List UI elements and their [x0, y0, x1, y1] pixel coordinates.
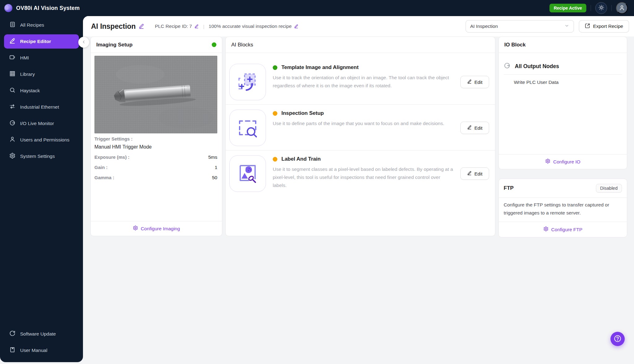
edit-button-label: Edit [475, 171, 483, 176]
ai-block-description: Use it to define parts of the image that… [273, 119, 454, 128]
configure-io-label: Configure IO [553, 159, 580, 165]
edit-label-and-train-button[interactable]: Edit [460, 167, 489, 180]
all-output-nodes-label: All Output Nodes [515, 63, 559, 70]
camera-capture-image [94, 56, 217, 133]
gamma-value: 50 [212, 175, 217, 180]
edit-template-alignment-button[interactable]: Edit [460, 76, 489, 88]
configure-ftp-button[interactable]: Configure FTP [499, 222, 627, 237]
edit-subtitle-icon[interactable] [294, 24, 298, 28]
sidebar: All Recipes Recipe Editor HMI Library Ha… [0, 16, 83, 362]
content-area: AI Inspection PLC Recipe ID: 7 | 100% ac… [83, 16, 634, 364]
sidebar-item-label: HMI [20, 55, 29, 61]
right-column: IO Block All Output Nodes Write PLC User… [498, 37, 627, 237]
sidebar-item-label: Software Update [20, 331, 56, 337]
pencil-icon [467, 171, 472, 176]
ai-blocks-title: AI Blocks [231, 42, 253, 48]
gain-value: 1 [215, 165, 217, 170]
ai-block-title: Label And Train [281, 156, 321, 162]
help-icon [614, 335, 622, 344]
export-icon [585, 23, 590, 30]
recipe-select-value: AI Inspection [470, 24, 498, 29]
recipe-active-badge: Recipe Active [549, 4, 586, 12]
io-block-title: IO Block [504, 42, 526, 48]
top-bar: OV80i AI Vision System Recipe Active [0, 0, 634, 16]
sidebar-item-users-and-permissions[interactable]: Users and Permissions [4, 133, 79, 147]
label-brush-icon [229, 155, 266, 192]
sidebar-item-label: Recipe Editor [20, 39, 51, 44]
user-avatar[interactable] [616, 2, 628, 14]
app-logo [4, 4, 12, 12]
export-recipe-button[interactable]: Export Recipe [579, 20, 629, 32]
edit-title-icon[interactable] [139, 24, 144, 29]
sidebar-item-io-live-monitor[interactable]: I/O Live Monitor [4, 116, 79, 131]
configure-imaging-label: Configure Imaging [141, 226, 180, 232]
exposure-label: Exposure (ms) : [94, 154, 129, 160]
edit-button-label: Edit [475, 125, 483, 131]
exposure-value: 5ms [208, 154, 217, 160]
circle-arrow-icon [9, 120, 15, 127]
configure-imaging-button[interactable]: Configure Imaging [91, 221, 222, 236]
sidebar-collapse-button[interactable] [78, 37, 89, 48]
sidebar-item-all-recipes[interactable]: All Recipes [4, 18, 79, 32]
gamma-label: Gamma : [94, 175, 114, 180]
output-node-item: Write PLC User Data [504, 80, 622, 85]
ftp-title: FTP [504, 185, 514, 191]
ftp-status-badge: Disabled [596, 184, 622, 193]
divider [504, 74, 622, 75]
sidebar-item-label: User Manual [20, 348, 47, 353]
recipe-subtitle: 100% accurate visual inspection recipe [209, 24, 292, 29]
sidebar-item-library[interactable]: Library [4, 67, 79, 81]
gear-icon [543, 226, 549, 233]
edit-inspection-setup-button[interactable]: Edit [460, 122, 489, 134]
grid-icon [9, 71, 15, 78]
gear-icon [9, 153, 15, 160]
brightness-icon [598, 5, 604, 11]
recipes-list-icon [9, 21, 15, 29]
io-block-card: IO Block All Output Nodes Write PLC User… [498, 37, 627, 169]
help-button[interactable] [610, 332, 625, 346]
ftp-card: FTP Disabled Configure the FTP settings … [498, 179, 627, 237]
page-header: AI Inspection PLC Recipe ID: 7 | 100% ac… [83, 16, 634, 37]
sidebar-item-label: Users and Permissions [20, 137, 69, 143]
gamma-row: Gamma : 50 [94, 175, 217, 180]
divider [591, 5, 591, 11]
sidebar-item-software-update[interactable]: Software Update [4, 327, 79, 341]
ai-block-title: Template Image and Alignment [281, 64, 358, 71]
inspection-magnifier-icon [229, 110, 266, 146]
gain-row: Gain : 1 [94, 165, 217, 170]
sidebar-item-recipe-editor[interactable]: Recipe Editor [4, 34, 79, 49]
trigger-settings-label: Trigger Settings : [94, 136, 217, 141]
edit-plc-id-icon[interactable] [194, 24, 199, 28]
sidebar-item-user-manual[interactable]: User Manual [4, 343, 79, 358]
trigger-mode-value: Manual HMI Trigger Mode [94, 144, 217, 150]
configure-io-button[interactable]: Configure IO [499, 154, 627, 169]
header-separator: | [203, 24, 204, 29]
ai-block-status-dot [273, 157, 277, 162]
sidebar-item-system-settings[interactable]: System Settings [4, 149, 79, 163]
recipe-select-dropdown[interactable]: AI Inspection [466, 20, 574, 32]
sidebar-item-label: Haystack [20, 88, 40, 93]
brightness-button[interactable] [595, 2, 607, 14]
ethernet-arrows-icon [9, 103, 15, 111]
ai-block-description: Use it to track the orientation of an ob… [273, 74, 454, 90]
sidebar-item-label: I/O Live Monitor [20, 121, 54, 126]
main-panels: Imaging Setup [83, 37, 634, 237]
ai-block-status-dot [273, 111, 277, 116]
imaging-setup-card: Imaging Setup [90, 37, 222, 236]
app-title: OV80i AI Vision System [16, 5, 80, 11]
sidebar-item-label: Industrial Ethernet [20, 104, 59, 110]
configure-ftp-label: Configure FTP [551, 227, 583, 232]
gain-label: Gain : [94, 165, 108, 170]
sidebar-item-hmi[interactable]: HMI [4, 51, 79, 65]
app-shell: All Recipes Recipe Editor HMI Library Ha… [0, 16, 634, 364]
sidebar-item-label: Library [20, 72, 35, 77]
pencil-icon [467, 125, 472, 131]
export-recipe-label: Export Recipe [593, 24, 623, 29]
sidebar-item-haystack[interactable]: Haystack [4, 84, 79, 98]
sidebar-item-industrial-ethernet[interactable]: Industrial Ethernet [4, 100, 79, 114]
ftp-description: Configure the FTP settings to transfer c… [499, 197, 627, 222]
ai-block-title: Inspection Setup [281, 110, 324, 116]
pencil-icon [9, 38, 15, 45]
refresh-icon [9, 330, 15, 338]
gear-icon [545, 158, 550, 165]
